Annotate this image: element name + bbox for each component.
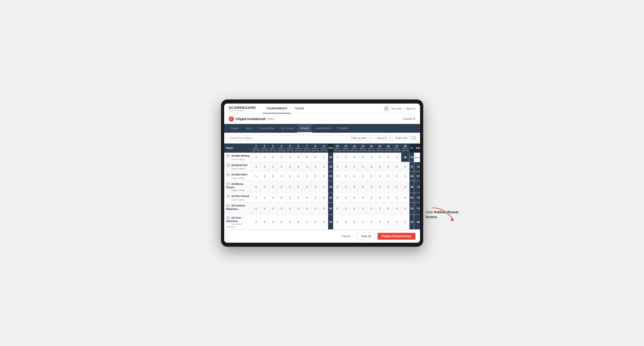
hole-9-score[interactable]: 5 [320, 193, 328, 202]
hole-10-score[interactable]: 3 [333, 162, 342, 171]
hole-4-score[interactable]: 5 [277, 153, 286, 162]
hole-13-score[interactable]: 5 [359, 153, 367, 162]
hole-12-score[interactable]: 4 [350, 171, 359, 181]
hole-13-score[interactable]: 5 [359, 181, 367, 193]
hole-4-score[interactable]: 4 [277, 162, 286, 171]
hole-16-score[interactable]: 4 [384, 162, 392, 171]
wd-label[interactable]: WD [415, 156, 418, 159]
hole-11-score[interactable]: 5 [342, 171, 350, 181]
hole-2-score[interactable]: 4 [260, 202, 269, 214]
hole-8-score[interactable]: 3 [311, 202, 320, 214]
hole-5-score[interactable]: 4 [286, 202, 294, 214]
hole-2-score[interactable]: 3 [260, 171, 269, 181]
round-dropdown[interactable]: Round 3 [375, 135, 393, 141]
tab-teams[interactable]: Teams [242, 124, 256, 133]
hole-2-score[interactable]: 3 [260, 181, 269, 193]
hole-4-score[interactable]: 5 [277, 193, 286, 202]
hole-8-score[interactable]: 3 [311, 193, 320, 202]
hole-13-score[interactable]: 3 [359, 202, 367, 214]
tab-course-setup[interactable]: Course Setup [256, 124, 278, 133]
hole-10-score[interactable]: 5 [333, 181, 342, 193]
hole-8-score[interactable]: 4 [311, 162, 320, 171]
hole-15-score[interactable]: 5 [376, 162, 384, 171]
totals-toggle-switch[interactable] [409, 136, 416, 140]
hole-17-score[interactable]: 5 [392, 162, 401, 171]
hole-11-score[interactable]: 3 [342, 193, 350, 202]
hole-15-score[interactable]: 4 [376, 193, 384, 202]
hole-15-score[interactable]: 4 [376, 181, 384, 193]
tab-leaderboards[interactable]: Leaderboards [312, 124, 334, 133]
hole-2-score[interactable]: 4 [260, 214, 269, 229]
hole-15-score[interactable]: 3 [376, 214, 384, 229]
hole-7-score[interactable]: 3 [302, 162, 311, 171]
hole-2-score[interactable]: 3 [260, 193, 269, 202]
hole-9-score[interactable]: 3 [320, 153, 328, 162]
hole-16-score[interactable]: 5 [384, 202, 392, 214]
hole-10-score[interactable]: 3 [333, 153, 342, 162]
hole-5-score[interactable]: 3 [286, 214, 294, 229]
hole-9-score[interactable]: 3 [320, 171, 328, 181]
hole-14-score[interactable]: 5 [367, 193, 376, 202]
hole-6-score[interactable]: 4 [294, 214, 302, 229]
hole-1-score[interactable]: 3 [252, 214, 260, 229]
hole-18-score[interactable]: 3 [401, 214, 410, 229]
tab-tee-groups[interactable]: Tee Groups [278, 124, 297, 133]
hole-5-score[interactable]: 3 [286, 171, 294, 181]
hole-6-score[interactable]: 3 [294, 153, 302, 162]
hole-17-score[interactable]: 3 [392, 153, 401, 162]
hole-15-score[interactable]: 3 [376, 202, 384, 214]
hole-14-score[interactable]: 5 [367, 214, 376, 229]
hole-6-score[interactable]: 6 [294, 162, 302, 171]
hole-3-score[interactable]: 5 [269, 153, 277, 162]
hole-3-score[interactable]: 4 [269, 181, 277, 193]
hole-18-score[interactable]: 6 [401, 193, 410, 202]
hole-11-score[interactable]: 3 [342, 202, 350, 214]
hole-7-score[interactable]: 3 [302, 171, 311, 181]
hole-10-score[interactable]: 5 [333, 193, 342, 202]
hole-5-score[interactable]: 3 [286, 162, 294, 171]
hole-1-score[interactable]: 5 [252, 181, 260, 193]
hole-13-score[interactable]: 3 [359, 193, 367, 202]
hole-5-score[interactable]: 4 [286, 153, 294, 162]
hole-3-score[interactable]: 3 [269, 162, 277, 171]
hole-12-score[interactable]: 5 [350, 162, 359, 171]
cancel-header-button[interactable]: Cancel ✕ [403, 117, 415, 121]
hole-16-score[interactable]: 4 [384, 214, 392, 229]
hole-11-score[interactable]: 5 [342, 214, 350, 229]
hole-7-score[interactable]: 5 [302, 153, 311, 162]
hole-16-score[interactable]: 3 [384, 193, 392, 202]
hole-11-score[interactable]: 3 [342, 181, 350, 193]
hole-6-score[interactable]: 5 [294, 181, 302, 193]
hole-3-score[interactable]: 4 [269, 193, 277, 202]
hole-9-score[interactable]: 4 [320, 214, 328, 229]
hole-1-score[interactable]: 3 [252, 153, 260, 162]
hole-6-score[interactable]: 3 [294, 202, 302, 214]
hole-13-score[interactable]: 4 [359, 214, 367, 229]
hole-17-score[interactable]: 4 [392, 202, 401, 214]
hole-14-score[interactable]: 3 [367, 202, 376, 214]
hole-3-score[interactable]: 5 [269, 202, 277, 214]
hole-18-score[interactable]: 3 [401, 181, 410, 193]
hole-17-score[interactable]: 5 [392, 181, 401, 193]
hole-6-score[interactable]: 5 [294, 193, 302, 202]
hole-17-score[interactable]: 6 [392, 171, 401, 181]
hole-4-score[interactable]: 5 [277, 181, 286, 193]
hole-9-score[interactable]: 5 [320, 202, 328, 214]
hole-7-score[interactable]: 3 [302, 214, 311, 229]
hole-8-score[interactable]: 5 [311, 171, 320, 181]
hole-12-score[interactable]: 4 [350, 181, 359, 193]
tab-results[interactable]: Results [297, 124, 312, 133]
dq-label[interactable]: DQ [419, 156, 420, 159]
hole-18-score[interactable]: 4 [401, 162, 410, 171]
hole-7-score[interactable]: 5 [302, 202, 311, 214]
hole-12-score[interactable]: 3 [350, 214, 359, 229]
hole-12-score[interactable]: 4 [350, 193, 359, 202]
hole-16-score[interactable]: 4 [384, 171, 392, 181]
hole-9-score[interactable]: 3 [320, 162, 328, 171]
hole-1-score[interactable]: 3 [252, 193, 260, 202]
publish-round-scores-button[interactable]: Publish Round Scores [378, 233, 415, 240]
hole-8-score[interactable]: 5 [311, 214, 320, 229]
hole-11-score[interactable]: 5 [342, 162, 350, 171]
hole-5-score[interactable]: 3 [286, 181, 294, 193]
hole-8-score[interactable]: 6 [311, 153, 320, 162]
